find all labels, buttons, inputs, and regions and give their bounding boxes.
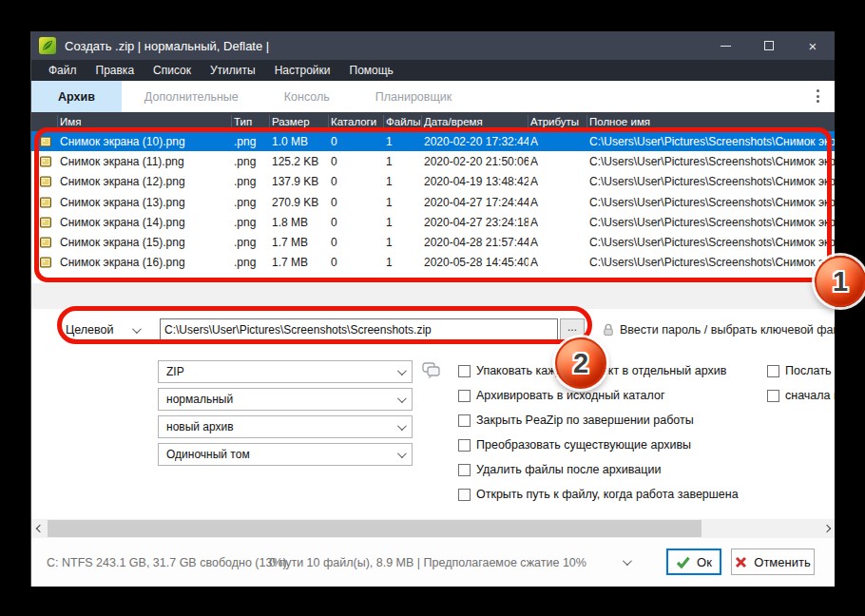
tab-bar: Архив Дополнительные Консоль Планировщик bbox=[31, 81, 835, 112]
maximize-button[interactable] bbox=[747, 31, 791, 60]
menu-help[interactable]: Помощь bbox=[340, 60, 403, 81]
checkbox-label: Архивировать в исходный каталог bbox=[476, 389, 664, 402]
cell-files: 1 bbox=[384, 175, 422, 188]
checkbox-box bbox=[458, 414, 471, 427]
horizontal-scrollbar[interactable] bbox=[31, 519, 835, 538]
compression-level-select[interactable]: нормальный bbox=[158, 388, 413, 411]
checkbox-box bbox=[458, 365, 471, 377]
cell-attr: A bbox=[529, 135, 587, 148]
cell-datetime: 2020-04-19 13:48:42 bbox=[422, 175, 529, 188]
checkbox-label: Преобразовать существующие архивы bbox=[476, 438, 691, 452]
target-type-combo[interactable]: Целевой bbox=[66, 318, 139, 341]
volume-select[interactable]: Одиночный том bbox=[158, 443, 413, 466]
header-files[interactable]: Файлы bbox=[384, 115, 422, 128]
tab-advanced[interactable]: Дополнительные bbox=[122, 81, 261, 112]
cell-type: .png bbox=[232, 175, 270, 188]
menu-list[interactable]: Список bbox=[144, 60, 201, 81]
set-password-link[interactable]: Ввести пароль / выбрать ключевой файл bbox=[603, 319, 835, 340]
checkbox-box bbox=[458, 439, 471, 452]
tab-archive[interactable]: Архив bbox=[31, 81, 122, 112]
header-dirs[interactable]: Каталоги bbox=[329, 115, 384, 128]
format-select[interactable]: ZIP bbox=[158, 360, 413, 383]
badge-number: 2 bbox=[573, 348, 588, 379]
table-row[interactable]: Снимок экрана (11).png .png 125.2 KB 0 1… bbox=[31, 151, 835, 171]
peazip-logo-icon bbox=[39, 37, 56, 54]
cell-attr: A bbox=[529, 175, 587, 188]
cell-files: 1 bbox=[384, 236, 422, 249]
menu-utils[interactable]: Утилиты bbox=[201, 60, 265, 81]
cell-dirs: 0 bbox=[329, 256, 384, 269]
cell-files: 1 bbox=[384, 196, 422, 209]
table-row[interactable]: Снимок экрана (15).png .png 1.7 MB 0 1 2… bbox=[31, 232, 835, 252]
table-row[interactable]: Снимок экрана (13).png .png 270.9 KB 0 1… bbox=[31, 192, 835, 212]
cell-name: Снимок экрана (10).png bbox=[58, 135, 232, 148]
header-type[interactable]: Тип bbox=[232, 115, 270, 128]
cell-attr: A bbox=[529, 155, 587, 168]
table-row[interactable]: Снимок экрана (10).png .png 1.0 MB 0 1 2… bbox=[31, 131, 835, 151]
ok-button[interactable]: Ок bbox=[666, 549, 721, 575]
cell-type: .png bbox=[232, 155, 270, 168]
cell-fullname: C:\Users\User\Pictures\Screenshots\Снимо… bbox=[587, 196, 835, 209]
scrollbar-thumb[interactable] bbox=[48, 520, 702, 537]
tab-scheduler[interactable]: Планировщик bbox=[353, 81, 474, 112]
checkbox-delete-after[interactable]: Удалить файлы после архивации bbox=[458, 463, 661, 476]
cell-files: 1 bbox=[384, 155, 422, 168]
menu-bar: Файл Правка Список Утилиты Настройки Пом… bbox=[31, 60, 835, 81]
header-name[interactable]: Имя bbox=[58, 115, 232, 128]
header-attrs[interactable]: Атрибуты bbox=[529, 115, 587, 128]
cell-datetime: 2020-04-27 23:24:18 bbox=[422, 216, 529, 229]
check-icon bbox=[676, 556, 690, 568]
chevron-down-icon bbox=[397, 394, 407, 403]
chevron-down-icon bbox=[397, 449, 407, 458]
checkbox-first-to-tar[interactable]: сначала в Т bbox=[767, 389, 835, 402]
cell-dirs: 0 bbox=[329, 155, 384, 168]
scroll-right-button[interactable] bbox=[818, 519, 835, 538]
header-size[interactable]: Размер bbox=[270, 115, 329, 128]
cell-fullname: C:\Users\User\Pictures\Screenshots\Снимо… bbox=[587, 236, 835, 249]
checkbox-open-path-when-done[interactable]: Открыть путь к файлу, когда работа завер… bbox=[458, 488, 739, 501]
menu-edit[interactable]: Правка bbox=[86, 60, 144, 81]
maximize-icon bbox=[764, 41, 774, 50]
checkbox-box bbox=[767, 390, 779, 402]
checkbox-close-peazip[interactable]: Закрыть PeaZip по завершении работы bbox=[458, 414, 694, 427]
cell-type: .png bbox=[232, 135, 270, 148]
cell-datetime: 2020-04-28 21:57:44 bbox=[422, 236, 529, 249]
status-chevron-down-icon[interactable] bbox=[623, 556, 632, 566]
table-row[interactable]: Снимок экрана (12).png .png 137.9 KB 0 1… bbox=[31, 172, 835, 192]
close-button[interactable]: × bbox=[791, 31, 835, 60]
cell-name: Снимок экрана (11).png bbox=[58, 155, 232, 168]
cell-datetime: 2020-02-20 17:32:44 bbox=[422, 135, 529, 148]
format-value: ZIP bbox=[166, 365, 184, 378]
header-datetime[interactable]: Дата/время bbox=[422, 115, 529, 128]
selection-status: 0 пути 10 файл(ы), 8.9 MB | Предполагаем… bbox=[269, 556, 586, 569]
cell-size: 1.7 MB bbox=[270, 236, 329, 249]
tab-console[interactable]: Консоль bbox=[261, 81, 353, 112]
volume-value: Одиночный том bbox=[166, 448, 250, 461]
table-row[interactable]: Снимок экрана (16).png .png 1.7 MB 0 1 2… bbox=[31, 253, 835, 273]
minimize-button[interactable] bbox=[703, 31, 747, 60]
cell-fullname: C:\Users\User\Pictures\Screenshots\Снимо… bbox=[587, 155, 835, 168]
cell-fullname: C:\Users\User\Pictures\Screenshots\Снимо… bbox=[587, 256, 835, 269]
tab-overflow-menu-icon[interactable] bbox=[817, 89, 819, 103]
header-fullname[interactable]: Полное имя bbox=[587, 115, 835, 128]
checkbox-convert-existing[interactable]: Преобразовать существующие архивы bbox=[458, 438, 691, 452]
target-label: Целевой bbox=[66, 323, 113, 337]
chevron-down-icon bbox=[132, 324, 142, 334]
cell-size: 125.2 KB bbox=[270, 155, 329, 168]
cell-files: 1 bbox=[384, 135, 422, 148]
image-file-icon bbox=[31, 197, 58, 208]
cancel-button[interactable]: Отменить bbox=[731, 549, 815, 575]
menu-file[interactable]: Файл bbox=[39, 60, 86, 81]
target-path-input[interactable] bbox=[160, 318, 558, 340]
checkbox-send-by-mail[interactable]: Послать по bbox=[767, 364, 835, 377]
archive-mode-select[interactable]: новый архив bbox=[158, 415, 413, 438]
checkbox-box bbox=[458, 489, 471, 501]
peazip-create-archive-window: Создать .zip | нормальный, Deflate | × Ф… bbox=[30, 31, 835, 587]
comment-bubble-icon[interactable] bbox=[422, 362, 440, 378]
cell-size: 1.0 MB bbox=[270, 135, 329, 148]
checkbox-box bbox=[767, 365, 779, 377]
scroll-left-button[interactable] bbox=[31, 519, 48, 538]
table-row[interactable]: Снимок экрана (14).png .png 1.8 MB 0 1 2… bbox=[31, 212, 835, 232]
checkbox-archive-to-source[interactable]: Архивировать в исходный каталог bbox=[458, 389, 664, 402]
menu-settings[interactable]: Настройки bbox=[265, 60, 340, 81]
